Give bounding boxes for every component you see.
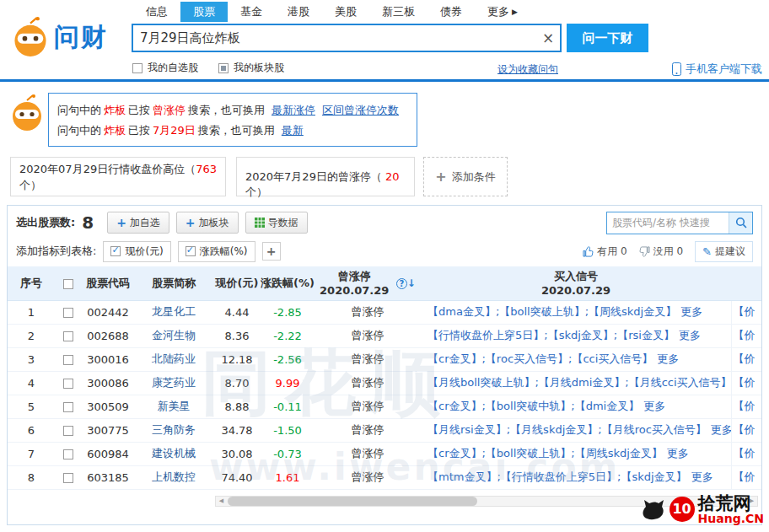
nav-tab-bond[interactable]: 债券: [428, 2, 475, 22]
question-search-box[interactable]: ×: [132, 24, 562, 52]
add-condition-label: 添加条件: [452, 169, 496, 185]
price-value: 30.08: [213, 442, 261, 465]
more-link[interactable]: 更多: [679, 329, 701, 341]
truncated-cell: 【价: [731, 418, 761, 442]
indicator-chip-price[interactable]: 现价(元): [103, 241, 170, 262]
nav-tab-us[interactable]: 美股: [322, 2, 369, 22]
stock-code: 002442: [82, 300, 134, 324]
row-checkbox[interactable]: [63, 355, 73, 365]
condition-text: 2020年7月29日的曾涨停（: [245, 170, 385, 183]
nav-tab-info[interactable]: 信息: [133, 2, 180, 22]
ask-wencai-button[interactable]: 问一下财: [567, 24, 648, 52]
scroll-left-arrow[interactable]: ◀: [216, 497, 227, 506]
stock-name-link[interactable]: 新美星: [134, 395, 213, 418]
row-index: 6: [8, 418, 55, 442]
more-link[interactable]: 更多: [667, 447, 689, 459]
thumbs-up-icon: [583, 246, 594, 257]
question-input[interactable]: [133, 30, 536, 46]
useless-button[interactable]: 没用 0: [639, 245, 683, 259]
my-board-checkbox[interactable]: [218, 63, 229, 73]
row-checkbox[interactable]: [63, 308, 73, 318]
more-link[interactable]: 更多: [680, 305, 702, 318]
truncated-cell: 【价: [731, 395, 761, 418]
plus-icon: +: [116, 216, 126, 229]
buy-signals[interactable]: 【cr金叉】;【roc买入信号】;【cci买入信号】: [428, 352, 653, 365]
mobile-download-link[interactable]: 手机客户端下载: [672, 62, 762, 77]
suggest-button[interactable]: ✎ 提建议: [695, 241, 753, 262]
condition-text: 2020年07月29日行情收盘价高位（: [19, 163, 196, 175]
nav-tab-fund[interactable]: 基金: [228, 2, 275, 22]
nav-tab-hk[interactable]: 港股: [275, 2, 322, 22]
nav-tab-neeq[interactable]: 新三板: [369, 2, 428, 22]
stock-name-link[interactable]: 建设机械: [134, 442, 213, 465]
row-checkbox[interactable]: [63, 331, 73, 341]
stock-name-link[interactable]: 北陆药业: [134, 347, 213, 371]
clear-icon[interactable]: ×: [536, 30, 560, 46]
favorite-question-link[interactable]: 设为收藏问句: [497, 62, 558, 77]
hint-text: 问句中的: [57, 104, 101, 116]
add-indicator-button[interactable]: +: [262, 242, 281, 261]
my-watchlist-checkbox[interactable]: [132, 63, 143, 73]
add-to-watchlist-button[interactable]: + 加自选: [107, 212, 169, 234]
add-condition-button[interactable]: + 添加条件: [423, 157, 508, 196]
search-icon: [735, 217, 747, 228]
price-value: 4.44: [213, 300, 261, 324]
row-checkbox[interactable]: [63, 473, 73, 483]
change-indicator-checkbox[interactable]: [186, 246, 196, 256]
stock-code: 300509: [82, 395, 134, 418]
stock-code: 300775: [82, 418, 134, 442]
useful-button[interactable]: 有用 0: [583, 245, 626, 259]
hint-text: 已按: [128, 104, 150, 116]
limit-status: 曾涨停: [315, 465, 421, 489]
stock-name-link[interactable]: 龙星化工: [134, 300, 213, 324]
more-link[interactable]: 更多: [643, 400, 665, 412]
row-checkbox[interactable]: [63, 426, 73, 436]
latest-link[interactable]: 最新: [282, 124, 304, 137]
range-limit-count-link[interactable]: 区间曾涨停次数: [322, 104, 399, 116]
more-link[interactable]: 更多: [691, 470, 713, 483]
hint-line-2: 问句中的炸板已按7月29日搜索，也可换用最新: [57, 121, 408, 141]
quick-search-button[interactable]: [729, 212, 752, 234]
buy-signals[interactable]: 【dma金叉】;【boll突破上轨】;【周线skdj金叉】: [428, 305, 676, 318]
buy-signals[interactable]: 【mtm金叉】;【行情收盘价上穿5日】;【skdj金叉】: [428, 470, 687, 483]
more-link[interactable]: 更多: [657, 352, 679, 365]
feedback-group: 有用 0 没用 0 ✎ 提建议: [583, 241, 753, 262]
indicator-chip-change[interactable]: 涨跌幅(%): [178, 241, 255, 262]
buy-signals[interactable]: 【cr金叉】;【boll突破中轨】;【dmi金叉】: [428, 400, 639, 412]
price-indicator-checkbox[interactable]: [110, 246, 121, 256]
price-value: 8.70: [213, 371, 261, 395]
buy-signals[interactable]: 【cr金叉】;【boll突破上轨】;【周线skdj金叉】: [428, 447, 663, 459]
stock-name-link[interactable]: 三角防务: [134, 418, 213, 442]
row-checkbox[interactable]: [63, 379, 73, 389]
row-checkbox[interactable]: [63, 402, 73, 412]
top-header: 问财 信息 股票 基金 港股 美股 新三板 债券 更多 ▶ × 问一下财 我的自…: [0, 0, 769, 79]
brand-logo[interactable]: 问财: [12, 17, 108, 57]
export-data-button[interactable]: 导数据: [245, 212, 308, 234]
latest-limit-link[interactable]: 最新涨停: [272, 104, 315, 116]
condition-limit-up[interactable]: 2020年7月29日的曾涨停（ 20 个）: [236, 157, 415, 196]
row-checkbox[interactable]: [63, 449, 73, 459]
buy-signals[interactable]: 【月线boll突破上轨】;【月线dmi金叉】;【月线cci买入信号】: [428, 376, 731, 389]
stock-name-link[interactable]: 金河生物: [134, 324, 213, 347]
table-row: 3 300016 北陆药业 12.18 -2.56 曾涨停 【cr金叉】;【ro…: [8, 347, 761, 371]
sort-down-icon[interactable]: ↓: [407, 277, 416, 289]
select-all-checkbox[interactable]: [63, 279, 73, 289]
header-limit: 曾涨停2020.07.29 ?↓: [315, 266, 421, 300]
scrollbar-thumb[interactable]: [228, 497, 477, 506]
stock-name-link[interactable]: 上机数控: [134, 465, 213, 489]
buy-signals[interactable]: 【行情收盘价上穿5日】;【skdj金叉】;【rsi金叉】: [428, 329, 675, 341]
stock-name-link[interactable]: 康芝药业: [134, 371, 213, 395]
nav-tab-stock[interactable]: 股票: [180, 2, 228, 22]
change-indicator-label: 涨跌幅(%): [200, 245, 248, 259]
stock-count-label: 选出股票数:: [16, 215, 75, 230]
more-link[interactable]: 更多: [711, 423, 731, 436]
price-value: 34.78: [213, 418, 261, 442]
buy-signals[interactable]: 【月线rsi金叉】;【月线skdj金叉】;【月线roc买入信号】: [428, 423, 707, 436]
condition-high-close[interactable]: 2020年07月29日行情收盘价高位（763 个）: [10, 157, 226, 196]
hint-line-1: 问句中的炸板已按曾涨停搜索，也可换用最新涨停区间曾涨停次数: [57, 100, 408, 121]
quick-search-input[interactable]: [607, 212, 729, 234]
nav-tab-more[interactable]: 更多 ▶: [475, 2, 530, 22]
hint-text: 搜索，也可换用: [198, 124, 275, 137]
help-icon[interactable]: ?: [396, 278, 407, 289]
add-to-board-button[interactable]: + 加板块: [176, 212, 239, 234]
